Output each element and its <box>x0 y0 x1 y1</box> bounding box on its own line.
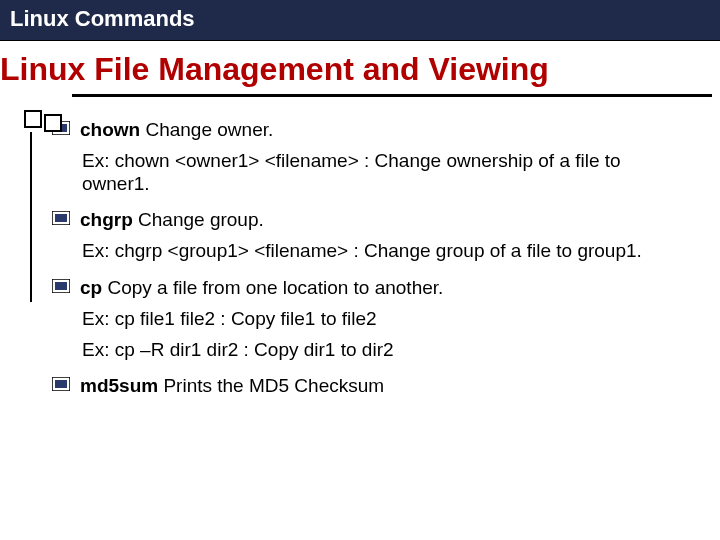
heading-wrap: Linux File Management and Viewing <box>0 51 720 97</box>
title-bar-text: Linux Commands <box>10 6 195 31</box>
bullet-icon <box>52 377 70 391</box>
vertical-line <box>30 132 32 302</box>
item-text: cp Copy a file from one location to anot… <box>80 277 443 300</box>
command-desc: Prints the MD5 Checksum <box>158 375 384 396</box>
example-text: Ex: chgrp <group1> <filename> : Change g… <box>82 240 662 263</box>
slide-heading: Linux File Management and Viewing <box>0 51 720 94</box>
list-item: md5sum Prints the MD5 Checksum <box>52 375 694 398</box>
content-area: chown Change owner. Ex: chown <owner1> <… <box>52 119 694 398</box>
heading-rule <box>72 94 712 97</box>
command-desc: Copy a file from one location to another… <box>102 277 443 298</box>
bullet-icon <box>52 211 70 225</box>
item-heading: cp Copy a file from one location to anot… <box>52 277 694 300</box>
item-text: md5sum Prints the MD5 Checksum <box>80 375 384 398</box>
command-desc: Change owner. <box>140 119 273 140</box>
command-name: md5sum <box>80 375 158 396</box>
list-item: chgrp Change group. Ex: chgrp <group1> <… <box>52 209 694 263</box>
list-item: cp Copy a file from one location to anot… <box>52 277 694 361</box>
item-heading: md5sum Prints the MD5 Checksum <box>52 375 694 398</box>
command-name: cp <box>80 277 102 298</box>
svg-rect-3 <box>55 214 67 222</box>
bullet-icon <box>52 279 70 293</box>
svg-rect-5 <box>55 282 67 290</box>
square-icon <box>24 110 42 128</box>
square-icon <box>44 114 62 132</box>
command-name: chgrp <box>80 209 133 230</box>
title-bar: Linux Commands <box>0 0 720 41</box>
command-name: chown <box>80 119 140 140</box>
example-text: Ex: chown <owner1> <filename> : Change o… <box>82 150 662 196</box>
item-text: chown Change owner. <box>80 119 273 142</box>
item-heading: chown Change owner. <box>52 119 694 142</box>
svg-rect-7 <box>55 380 67 388</box>
example-text: Ex: cp file1 file2 : Copy file1 to file2 <box>82 308 662 331</box>
slide: Linux Commands Linux File Management and… <box>0 0 720 540</box>
list-item: chown Change owner. Ex: chown <owner1> <… <box>52 119 694 195</box>
item-text: chgrp Change group. <box>80 209 264 232</box>
command-desc: Change group. <box>133 209 264 230</box>
item-heading: chgrp Change group. <box>52 209 694 232</box>
example-text: Ex: cp –R dir1 dir2 : Copy dir1 to dir2 <box>82 339 662 362</box>
